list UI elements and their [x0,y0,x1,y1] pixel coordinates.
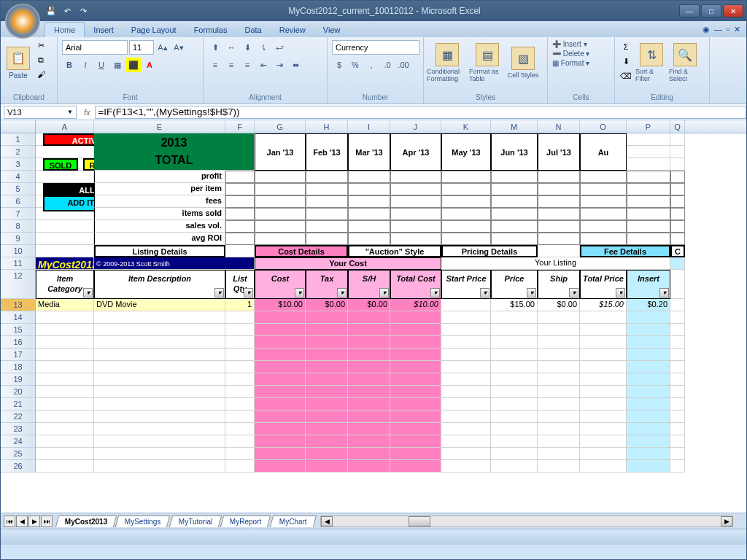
cell-M20[interactable] [491,386,538,398]
data-cell-3[interactable]: $10.00 [255,299,306,311]
cell-Q13[interactable] [670,299,685,311]
cell-O18[interactable] [580,361,627,373]
stat-cell[interactable] [538,183,580,195]
sheet-tab-MyTutorial[interactable]: MyTutorial [169,516,222,527]
cell-Q21[interactable] [670,398,685,411]
office-button[interactable] [5,4,40,39]
cell-K26[interactable] [441,460,491,472]
stat-cell[interactable] [390,183,441,195]
empty-insert-cell[interactable] [627,448,670,460]
cell-Q2[interactable] [670,146,685,158]
stat-cell[interactable] [306,233,348,245]
stat-cell[interactable] [580,183,627,195]
cell-M24[interactable] [491,435,538,448]
sold-button[interactable]: SOLD [43,158,78,171]
cell-N18[interactable] [538,361,580,373]
stat-cell[interactable] [491,183,538,195]
cell-O22[interactable] [580,411,627,423]
col-header-J[interactable]: J [390,120,441,133]
row-header-11[interactable]: 11 [1,257,36,270]
row-header-13[interactable]: 13 [1,299,36,311]
detail-button-4[interactable]: Fee Details [580,245,670,257]
cell-N16[interactable] [538,336,580,349]
empty-cost-cell[interactable] [348,373,390,386]
cell-E24[interactable] [94,435,225,448]
fx-icon[interactable]: fx [80,108,95,117]
cell-K17[interactable] [441,349,491,361]
cell-F22[interactable] [225,411,255,423]
scroll-right-icon[interactable]: ▶ [721,516,732,526]
cell-Q22[interactable] [670,411,685,423]
cell-F24[interactable] [225,435,255,448]
data-cell-9[interactable]: $0.00 [538,299,580,311]
cell-M19[interactable] [491,373,538,386]
save-icon[interactable]: 💾 [44,4,58,18]
stat-cell[interactable] [306,183,348,195]
delete-cells-button[interactable]: ➖ Delete ▾ [552,50,589,58]
horizontal-scrollbar[interactable]: ◀ ▶ [320,516,733,527]
grow-font-icon[interactable]: A▴ [155,40,170,55]
filter-dropdown-icon[interactable]: ▾ [244,288,253,298]
undo-icon[interactable]: ↶ [61,4,74,18]
row-header-10[interactable]: 10 [1,245,36,257]
clear-icon[interactable]: ⌫ [619,69,632,82]
autosum-icon[interactable]: Σ [619,40,632,53]
find-select-button[interactable]: 🔍Find & Select [669,39,701,87]
empty-cost-cell[interactable] [348,386,390,398]
stat-cell[interactable] [538,171,580,183]
filter-dropdown-icon[interactable]: ▾ [527,288,536,298]
empty-cost-cell[interactable] [306,349,348,361]
stat-cell[interactable] [225,171,255,183]
cell-E25[interactable] [94,448,225,460]
stat-cell[interactable] [255,183,306,195]
cell-N21[interactable] [538,398,580,411]
stat-cell[interactable] [627,220,670,233]
stat-cell[interactable] [670,171,685,183]
cell-Q16[interactable] [670,336,685,349]
empty-cost-cell[interactable] [390,336,441,349]
cell-P1[interactable] [627,133,670,146]
empty-insert-cell[interactable] [627,373,670,386]
cell-K21[interactable] [441,398,491,411]
row-header-20[interactable]: 20 [1,386,36,398]
empty-cost-cell[interactable] [255,311,306,324]
filter-dropdown-icon[interactable]: ▾ [337,288,347,298]
cell-grid[interactable]: ACTIVESOLDRELISTALLADD ITEM2013TOTALJan … [36,133,746,472]
cell-N24[interactable] [538,435,580,448]
cell-Q24[interactable] [670,435,685,448]
minimize-button[interactable]: — [679,4,700,18]
stat-cell[interactable] [491,195,538,208]
col-header-F[interactable]: F [225,120,255,133]
row-header-3[interactable]: 3 [1,158,36,171]
cell-A26[interactable] [36,460,94,472]
font-size-select[interactable] [129,40,154,55]
row-header-5[interactable]: 5 [1,183,36,195]
tab-review[interactable]: Review [271,23,314,37]
stat-cell[interactable] [390,233,441,245]
cell-Q26[interactable] [670,460,685,472]
row-header-18[interactable]: 18 [1,361,36,373]
formula-input[interactable] [95,106,746,119]
row-header-14[interactable]: 14 [1,311,36,324]
currency-icon[interactable]: $ [332,58,347,72]
cell-Q25[interactable] [670,448,685,460]
empty-cost-cell[interactable] [255,398,306,411]
data-cell-6[interactable]: $10.00 [390,299,441,311]
cell-N15[interactable] [538,324,580,336]
tab-formulas[interactable]: Formulas [185,23,236,37]
filter-dropdown-icon[interactable]: ▾ [83,288,93,298]
cell-A20[interactable] [36,386,94,398]
cell-A25[interactable] [36,448,94,460]
cell-F18[interactable] [225,361,255,373]
empty-cost-cell[interactable] [255,336,306,349]
tab-insert[interactable]: Insert [85,23,123,37]
table-header-9[interactable]: Ship▾ [538,270,580,299]
empty-cost-cell[interactable] [348,448,390,460]
stat-cell[interactable] [580,233,627,245]
detail-button-5[interactable]: C [670,245,685,257]
empty-insert-cell[interactable] [627,423,670,435]
table-header-1[interactable]: Item Description▾ [94,270,225,299]
empty-cost-cell[interactable] [255,423,306,435]
cell-F21[interactable] [225,398,255,411]
cell-Q3[interactable] [670,158,685,171]
